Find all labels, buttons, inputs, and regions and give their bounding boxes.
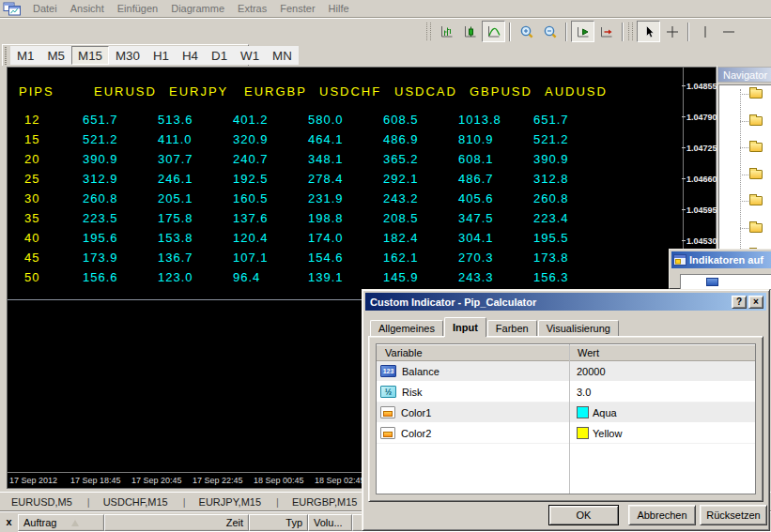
pip-cell: 320.9 [233, 132, 308, 146]
navigator-title[interactable]: Navigator [717, 67, 771, 83]
pip-cell: 208.5 [383, 211, 458, 225]
pip-cell: 347.5 [458, 211, 533, 225]
ok-button[interactable]: OK [548, 505, 619, 525]
menu-item[interactable]: Datei [26, 3, 64, 14]
pip-cell: 107.1 [233, 251, 308, 265]
toolbar-grip[interactable] [628, 23, 633, 40]
terminal-column-typ[interactable]: Typ [249, 514, 308, 531]
param-row-color1[interactable]: Color1 Aqua [377, 403, 755, 423]
param-row-balance[interactable]: Balance 20000 [377, 361, 755, 382]
zoom-in-button[interactable] [515, 21, 538, 42]
pip-cell: 145.9 [383, 270, 458, 284]
param-value[interactable]: 20000 [577, 366, 606, 377]
toolbar [0, 20, 771, 43]
navigator-folder-item[interactable] [740, 142, 771, 153]
terminal-column-zeit[interactable]: Zeit [104, 514, 249, 531]
terminal-column-auftrag[interactable]: Auftrag [18, 514, 104, 531]
cursor-button[interactable] [637, 21, 660, 42]
pip-cell: 156.6 [83, 270, 158, 284]
pip-cell: 464.1 [308, 132, 383, 146]
chart-shift-button[interactable] [594, 21, 618, 42]
timeframe-m1[interactable]: M1 [10, 46, 41, 65]
navigator-folder-item[interactable] [740, 195, 771, 206]
timeframe-m15[interactable]: M15 [71, 46, 109, 65]
column-wert[interactable]: Wert [569, 344, 599, 360]
toolbar-grip[interactable] [426, 23, 431, 40]
custom-indicator-dialog: Custom Indicator - Pip_Calculator ? × Al… [362, 289, 770, 531]
timeframe-w1[interactable]: W1 [234, 46, 266, 65]
navigator-folder-item[interactable] [740, 169, 771, 180]
timeframe-h4[interactable]: H4 [176, 46, 205, 65]
dialog-titlebar: Custom Indicator - Pip_Calculator ? × [365, 293, 766, 311]
chart-tab[interactable]: EURJPY,M15 [170, 496, 263, 508]
param-row-risk[interactable]: Risk 3.0 [377, 382, 755, 403]
indicators-window-titlebar[interactable]: Indikatoren auf [671, 251, 771, 268]
bar-chart-button[interactable] [435, 21, 458, 42]
timeframe-d1[interactable]: D1 [205, 46, 234, 65]
indicators-window-list[interactable] [680, 274, 771, 290]
param-value[interactable]: Yellow [593, 428, 622, 439]
timeframe-m30[interactable]: M30 [109, 46, 146, 65]
toolbar-grip[interactable] [5, 47, 7, 65]
candlestick-chart-button[interactable] [458, 21, 482, 42]
pip-header-cell: EURJPY [169, 84, 244, 99]
menu-item[interactable]: Hilfe [322, 3, 356, 14]
tab-input[interactable]: Input [444, 317, 486, 337]
horizontal-line-button[interactable] [717, 21, 740, 42]
navigator-folder-item[interactable] [740, 115, 771, 127]
pip-cell: 390.9 [533, 152, 609, 166]
chart-tab[interactable]: EURGBP,M15 [263, 496, 359, 508]
price-label: 1.04855 [686, 82, 717, 91]
terminal-close-button[interactable]: x [3, 515, 15, 527]
timeframe-h1[interactable]: H1 [146, 46, 176, 65]
folder-icon [749, 143, 763, 152]
param-row-color2[interactable]: Color2 Yellow [377, 423, 755, 444]
folder-icon [749, 196, 763, 205]
toolbar-separator [565, 23, 567, 41]
auto-scroll-button[interactable] [571, 21, 594, 42]
crosshair-button[interactable] [660, 21, 684, 42]
zoom-out-button[interactable] [538, 21, 562, 42]
navigator-folder-item[interactable] [740, 222, 771, 234]
chart-window-icon[interactable] [3, 2, 22, 16]
pip-cell: 365.2 [383, 152, 458, 166]
menu-item[interactable]: Ansicht [64, 3, 111, 14]
vertical-line-button[interactable] [693, 21, 717, 42]
reset-button[interactable]: Rücksetzen [700, 505, 767, 525]
pip-cell: 270.3 [458, 251, 533, 265]
tab-farben[interactable]: Farben [487, 320, 537, 336]
help-button[interactable]: ? [732, 296, 747, 309]
pip-cell: 136.7 [158, 251, 233, 265]
chart-tab[interactable]: EURUSD,M5 [9, 496, 74, 508]
time-label: 18 Sep 00:45 [254, 476, 315, 485]
menu-item[interactable]: Extras [231, 3, 273, 14]
menu-item[interactable]: Einfügen [111, 3, 164, 14]
terminal-column-volumen[interactable]: Volu... [308, 514, 352, 531]
menu-item[interactable]: Fenster [273, 3, 321, 14]
price-tick-row: 1.04595 [684, 194, 716, 225]
pip-table-header: PIPSEURUSDEURJPYEURGBPUSDCHFUSDCADGBPUSD… [19, 81, 620, 101]
pip-table-row: 20390.9307.7240.7348.1365.2608.1390.9 [19, 149, 609, 169]
menu-item[interactable]: Diagramme [164, 3, 231, 14]
param-value[interactable]: Aqua [593, 407, 617, 418]
pip-cell: 20 [19, 152, 83, 166]
pip-cell: 401.2 [233, 113, 308, 127]
line-chart-button[interactable] [482, 21, 505, 42]
timeframe-mn[interactable]: MN [266, 46, 299, 65]
tab-visualisierung[interactable]: Visualisierung [538, 320, 619, 336]
close-icon[interactable]: × [748, 296, 763, 309]
param-value[interactable]: 3.0 [577, 387, 591, 398]
cancel-button[interactable]: Abbrechen [628, 505, 696, 525]
navigator-folder-item[interactable] [740, 88, 771, 99]
pip-table-row: 45173.9136.7107.1154.6162.1270.3173.8 [19, 248, 609, 267]
tab-allgemeines[interactable]: Allgemeines [370, 320, 443, 336]
pip-table-row: 15521.2411.0320.9464.1486.9810.9521.2 [19, 129, 609, 149]
number-half-icon [380, 386, 396, 398]
dialog-title: Custom Indicator - Pip_Calculator [370, 296, 536, 308]
pip-cell: 486.9 [383, 132, 458, 146]
column-variable[interactable]: Variable [377, 344, 569, 360]
chart-tab[interactable]: USDCHF,M15 [74, 496, 170, 508]
timeframe-m5[interactable]: M5 [41, 46, 72, 65]
pip-cell: 30 [19, 191, 83, 205]
color-page-icon [380, 406, 395, 418]
